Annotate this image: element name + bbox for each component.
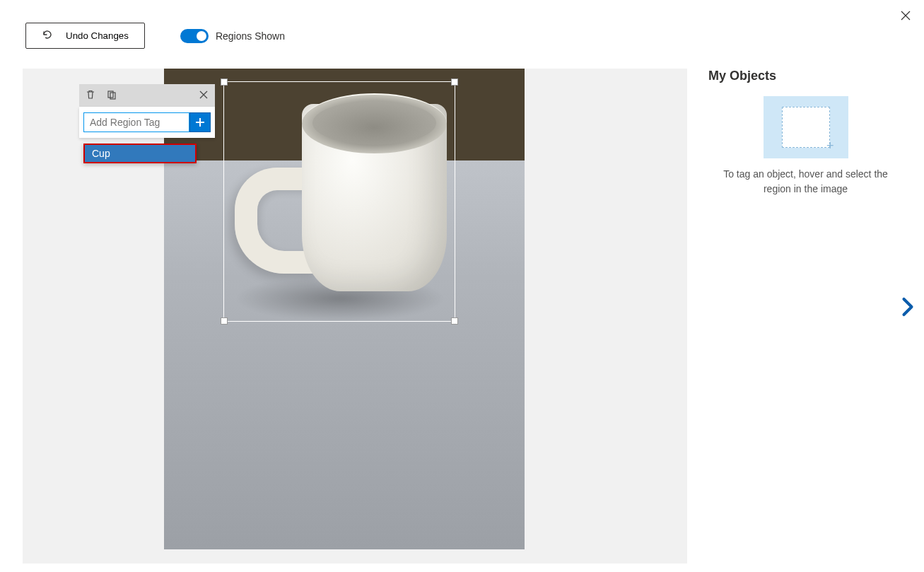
- region-tag-panel: [79, 84, 215, 138]
- undo-label: Undo Changes: [66, 30, 129, 41]
- regions-shown-label: Regions Shown: [216, 30, 285, 42]
- resize-handle-tl[interactable]: [221, 78, 228, 86]
- delete-region-icon[interactable]: [85, 89, 96, 103]
- undo-changes-button[interactable]: Undo Changes: [25, 23, 145, 49]
- regions-shown-toggle[interactable]: [180, 29, 209, 43]
- copy-region-icon[interactable]: [106, 89, 117, 103]
- regions-toggle-wrap: Regions Shown: [180, 29, 285, 43]
- add-object-placeholder[interactable]: +: [764, 96, 848, 158]
- close-button[interactable]: [900, 10, 911, 23]
- tag-panel-header: [79, 84, 215, 107]
- region-selection-box[interactable]: [223, 81, 455, 322]
- my-objects-title: My Objects: [708, 69, 903, 83]
- resize-handle-tr[interactable]: [451, 78, 458, 86]
- undo-icon: [42, 29, 53, 42]
- add-tag-button[interactable]: [189, 112, 211, 132]
- plus-icon: +: [826, 139, 834, 152]
- tag-suggestion-item[interactable]: Cup: [83, 144, 197, 163]
- resize-handle-br[interactable]: [451, 317, 458, 325]
- add-region-tag-input[interactable]: [83, 112, 189, 132]
- top-toolbar: Undo Changes Regions Shown: [0, 0, 924, 49]
- next-image-button[interactable]: [900, 297, 916, 319]
- resize-handle-bl[interactable]: [221, 317, 228, 325]
- close-tag-panel-icon[interactable]: [198, 89, 209, 103]
- image-canvas[interactable]: Cup: [23, 69, 687, 564]
- my-objects-sidebar: My Objects + To tag an object, hover and…: [687, 69, 924, 564]
- sidebar-hint: To tag an object, hover and select the r…: [708, 167, 903, 197]
